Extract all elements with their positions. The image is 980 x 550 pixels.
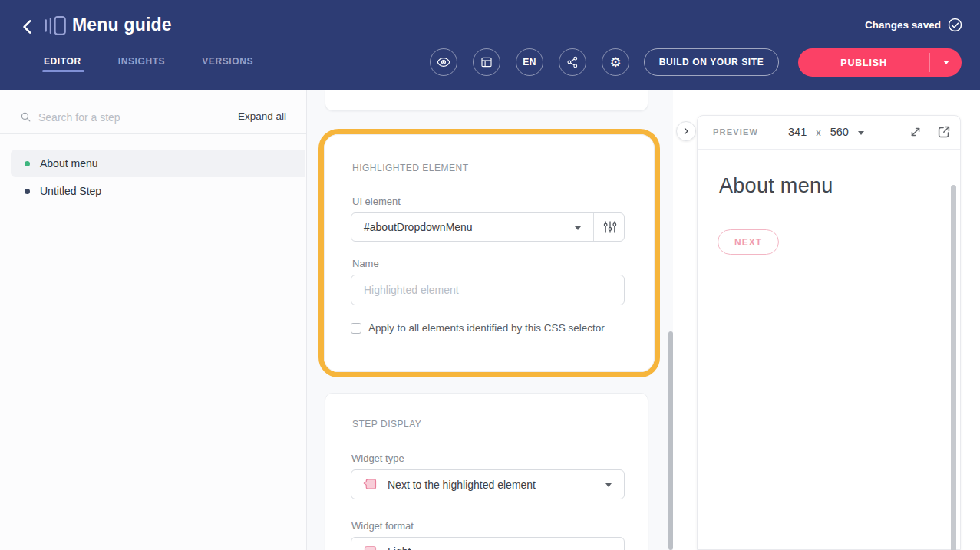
name-label: Name — [352, 258, 379, 269]
sidebar-divider — [0, 133, 306, 134]
chevron-right-icon — [681, 127, 691, 136]
checkbox-unchecked[interactable] — [351, 323, 361, 334]
step-status-dot — [25, 161, 30, 166]
gear-icon: ⚙ — [609, 56, 621, 69]
step-item-untitled-step[interactable]: Untitled Step — [11, 177, 305, 205]
sliders-icon — [602, 219, 618, 235]
expand-icon — [907, 124, 924, 140]
publish-split-button: PUBLISH — [798, 48, 962, 77]
apply-all-checkbox-label: Apply to all elements identified by this… — [368, 322, 605, 334]
tab-versions[interactable]: VERSIONS — [202, 56, 253, 76]
ui-element-label: UI element — [352, 196, 401, 207]
language-button[interactable]: EN — [516, 48, 543, 76]
chevron-down-icon — [858, 131, 864, 135]
publish-button[interactable]: PUBLISH — [798, 48, 929, 77]
tab-editor[interactable]: EDITOR — [44, 56, 81, 76]
preview-title: PREVIEW — [713, 127, 758, 137]
search-icon — [19, 110, 32, 124]
preview-scrollbar[interactable] — [951, 185, 956, 550]
language-label: EN — [523, 57, 536, 68]
step-display-card: STEP DISPLAY Widget type Next to the hig… — [325, 393, 648, 550]
save-status: Changes saved — [865, 17, 963, 33]
eye-icon — [436, 54, 451, 70]
steps-sidebar: Expand all About menu Untitled Step — [0, 90, 307, 550]
ui-element-value: #aboutDropdownMenu — [351, 221, 473, 233]
widget-format-value: Light — [378, 545, 411, 550]
next-button[interactable]: NEXT — [718, 229, 779, 255]
preview-header: PREVIEW 341 x 560 — [698, 116, 960, 150]
element-settings-button[interactable] — [594, 213, 625, 241]
layout-icon — [480, 55, 493, 69]
preview-eye-button[interactable] — [430, 48, 457, 76]
highlighted-element-card: HIGHLIGHTED ELEMENT UI element #aboutDro… — [318, 129, 660, 377]
highlighted-element-name-input[interactable] — [351, 275, 625, 305]
tab-insights[interactable]: INSIGHTS — [118, 56, 165, 76]
widget-type-select[interactable]: Next to the highlighted element — [351, 469, 625, 499]
format-widget-icon — [362, 544, 378, 550]
header: Menu guide Changes saved EDITOR INSIGHTS… — [0, 0, 980, 90]
widget-format-label: Widget format — [351, 520, 414, 532]
settings-button[interactable]: ⚙ — [602, 48, 629, 76]
section-title-step-display: STEP DISPLAY — [352, 419, 421, 430]
previous-card-fragment — [325, 90, 648, 111]
preview-width-value: 341 — [788, 126, 807, 138]
section-title-highlighted-element: HIGHLIGHTED ELEMENT — [352, 163, 469, 173]
layout-button[interactable] — [473, 48, 500, 76]
tooltip-widget-icon — [362, 476, 378, 492]
preview-height-value: 560 — [830, 126, 849, 138]
chevron-down-icon — [605, 483, 612, 487]
save-status-text: Changes saved — [865, 19, 941, 31]
chevron-down-icon — [575, 226, 581, 230]
preview-size-selector[interactable]: 341 x 560 — [788, 126, 864, 138]
publish-dropdown-button[interactable] — [930, 48, 962, 77]
widget-type-label: Widget type — [351, 453, 404, 464]
back-button[interactable] — [17, 16, 40, 39]
expand-preview-button[interactable] — [906, 124, 925, 142]
step-label: Untitled Step — [40, 185, 101, 197]
expand-all-button[interactable]: Expand all — [238, 110, 286, 122]
share-button[interactable] — [559, 48, 586, 76]
app: Menu guide Changes saved EDITOR INSIGHTS… — [0, 0, 980, 550]
page-title: Menu guide — [72, 15, 172, 35]
tab-bar: EDITOR INSIGHTS VERSIONS — [44, 56, 253, 76]
collapse-preview-button[interactable] — [676, 121, 696, 141]
open-in-new-tab-button[interactable] — [935, 124, 953, 142]
step-label: About menu — [40, 157, 98, 170]
ui-element-select[interactable]: #aboutDropdownMenu — [351, 212, 625, 242]
chevron-left-icon — [18, 17, 38, 37]
external-link-icon — [935, 124, 952, 140]
step-search-row: Expand all — [0, 90, 306, 133]
step-status-dot — [25, 189, 30, 194]
highlighted-element-card-inner: HIGHLIGHTED ELEMENT UI element #aboutDro… — [324, 134, 655, 372]
preview-panel: PREVIEW 341 x 560 About menu NEXT — [697, 115, 961, 550]
guide-icon — [43, 13, 68, 38]
widget-type-value: Next to the highlighted element — [378, 479, 536, 491]
share-icon — [566, 55, 579, 69]
step-search-input[interactable] — [38, 108, 200, 127]
step-item-about-menu[interactable]: About menu — [11, 150, 305, 177]
preview-step-title: About menu — [719, 174, 833, 198]
widget-format-select[interactable]: Light — [351, 537, 625, 550]
check-circle-icon — [947, 17, 963, 33]
chevron-down-icon — [943, 61, 949, 64]
apply-all-checkbox-row[interactable]: Apply to all elements identified by this… — [351, 322, 605, 334]
preview-size-separator: x — [816, 127, 821, 138]
build-on-your-site-button[interactable]: BUILD ON YOUR SITE — [644, 48, 779, 76]
editor-scrollbar[interactable] — [668, 331, 673, 550]
preview-content: About menu NEXT — [698, 150, 960, 550]
